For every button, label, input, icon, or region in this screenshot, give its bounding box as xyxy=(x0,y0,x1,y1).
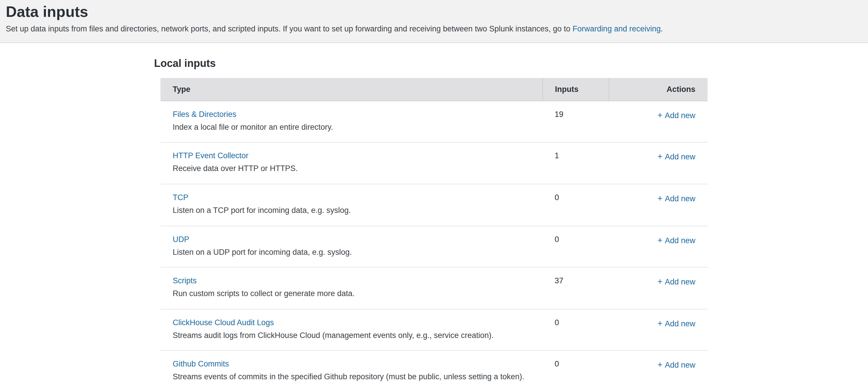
page: Data inputs Set up data inputs from file… xyxy=(0,0,868,388)
page-subtitle-period: . xyxy=(661,24,663,33)
add-new-label: Add new xyxy=(665,194,695,203)
input-type-description: Receive data over HTTP or HTTPS. xyxy=(173,163,531,175)
column-header-actions: Actions xyxy=(609,78,708,101)
input-type-link[interactable]: Scripts xyxy=(173,276,197,285)
add-new-link[interactable]: +Add new xyxy=(657,194,695,203)
table-row: UDP Listen on a UDP port for incoming da… xyxy=(160,226,708,267)
plus-icon: + xyxy=(657,276,662,286)
input-type-link[interactable]: ClickHouse Cloud Audit Logs xyxy=(173,318,274,327)
plus-icon: + xyxy=(657,110,662,120)
input-type-description: Streams audit logs from ClickHouse Cloud… xyxy=(173,330,531,341)
add-new-link[interactable]: +Add new xyxy=(657,153,695,161)
plus-icon: + xyxy=(657,152,662,161)
local-inputs-table: Type Inputs Actions Files & Directories … xyxy=(160,78,708,388)
input-type-description: Listen on a UDP port for incoming data, … xyxy=(173,246,531,258)
add-new-link[interactable]: +Add new xyxy=(657,277,695,286)
add-new-label: Add new xyxy=(665,361,695,370)
inputs-count: 1 xyxy=(542,143,609,184)
add-new-link[interactable]: +Add new xyxy=(657,361,695,370)
column-header-inputs: Inputs xyxy=(542,78,609,101)
input-type-description: Run custom scripts to collect or generat… xyxy=(173,288,531,299)
add-new-label: Add new xyxy=(665,236,695,245)
table-row: HTTP Event Collector Receive data over H… xyxy=(160,143,708,184)
section-title: Local inputs xyxy=(154,58,868,70)
add-new-label: Add new xyxy=(665,111,695,120)
page-subtitle: Set up data inputs from files and direct… xyxy=(6,24,861,35)
page-header: Data inputs Set up data inputs from file… xyxy=(0,0,868,43)
inputs-count: 19 xyxy=(542,101,609,143)
plus-icon: + xyxy=(657,318,662,328)
input-type-description: Index a local file or monitor an entire … xyxy=(173,122,531,133)
input-type-description: Streams events of commits in the specifi… xyxy=(173,371,531,383)
table-header: Type Inputs Actions xyxy=(160,78,708,101)
add-new-label: Add new xyxy=(665,277,695,286)
add-new-label: Add new xyxy=(665,153,695,161)
page-subtitle-text: Set up data inputs from files and direct… xyxy=(6,24,573,33)
input-type-link[interactable]: UDP xyxy=(173,235,189,243)
forwarding-receiving-link[interactable]: Forwarding and receiving xyxy=(573,24,661,33)
input-type-link[interactable]: Github Commits xyxy=(173,360,229,368)
add-new-link[interactable]: +Add new xyxy=(657,236,695,245)
inputs-count: 0 xyxy=(542,351,609,388)
input-type-link[interactable]: HTTP Event Collector xyxy=(173,152,249,160)
column-header-type: Type xyxy=(160,78,542,101)
page-title: Data inputs xyxy=(6,3,861,21)
content-area: Local inputs Type Inputs Actions Files &… xyxy=(0,43,868,388)
inputs-count: 0 xyxy=(542,226,609,267)
table-row: TCP Listen on a TCP port for incoming da… xyxy=(160,184,708,226)
add-new-link[interactable]: +Add new xyxy=(657,111,695,120)
table-row: Github Commits Streams events of commits… xyxy=(160,351,708,388)
table-row: ClickHouse Cloud Audit Logs Streams audi… xyxy=(160,309,708,351)
add-new-link[interactable]: +Add new xyxy=(657,319,695,328)
plus-icon: + xyxy=(657,360,662,370)
add-new-label: Add new xyxy=(665,319,695,328)
input-type-link[interactable]: Files & Directories xyxy=(173,110,236,119)
table-row: Scripts Run custom scripts to collect or… xyxy=(160,267,708,309)
input-type-description: Listen on a TCP port for incoming data, … xyxy=(173,205,531,216)
plus-icon: + xyxy=(657,193,662,203)
inputs-count: 0 xyxy=(542,309,609,351)
inputs-count: 37 xyxy=(542,267,609,309)
table-row: Files & Directories Index a local file o… xyxy=(160,101,708,143)
inputs-count: 0 xyxy=(542,184,609,226)
input-type-link[interactable]: TCP xyxy=(173,193,188,202)
plus-icon: + xyxy=(657,235,662,245)
